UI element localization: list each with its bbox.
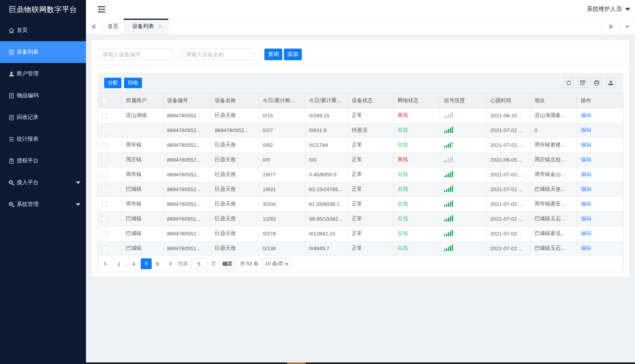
signal-bars-icon — [444, 141, 454, 148]
edit-link[interactable]: 编辑 — [581, 157, 591, 162]
row-checkbox[interactable] — [102, 143, 107, 148]
query-button[interactable]: 查询 — [264, 49, 282, 60]
edit-link[interactable]: 编辑 — [581, 245, 591, 251]
sidebar-item-merchant[interactable]: 商户管理 — [0, 63, 86, 85]
goto-page-input[interactable] — [191, 258, 207, 269]
row-checkbox[interactable] — [102, 128, 107, 133]
tab-设备列表[interactable]: 设备列表 — [124, 19, 168, 34]
tab-close-icon[interactable] — [158, 24, 163, 29]
prev-page-icon[interactable] — [103, 261, 108, 266]
cell-device-status: 正常 — [348, 197, 394, 211]
row-checkbox[interactable] — [102, 216, 107, 222]
sidebar-item-item-code[interactable]: 物品编码 — [0, 85, 86, 106]
signal-bars-icon — [444, 200, 454, 207]
goto-confirm-button[interactable]: 确定 — [219, 258, 236, 269]
cell-action: 编辑 — [577, 167, 623, 182]
row-checkbox[interactable] — [102, 113, 107, 118]
sidebar-item-authorize[interactable]: 授权平台 — [0, 150, 86, 172]
sidebar: 巨鼎物联网数字平台 首页设备列表商户管理物品编码回收记录统计报表授权平台接入平台… — [0, 0, 86, 364]
edit-link[interactable]: 编辑 — [581, 230, 591, 236]
sidebar-item-home[interactable]: 首页 — [0, 19, 86, 41]
app-title: 巨鼎物联网数字平台 — [0, 0, 86, 19]
tabs-scroll-right-button[interactable] — [602, 19, 619, 34]
cell-device-name: 巨鼎天衡 — [211, 226, 259, 241]
sidebar-item-recycle-record[interactable]: 回收记录 — [0, 106, 86, 128]
goto-page-label: 到第 — [178, 260, 188, 267]
column-header: 设备名称 — [211, 93, 259, 108]
cell-heartbeat: 2021-06-10 ... — [486, 108, 530, 123]
row-checkbox[interactable] — [102, 231, 107, 237]
device-name-input[interactable] — [181, 49, 255, 60]
sidebar-item-access-platform[interactable]: 接入平台 — [0, 172, 86, 193]
cell-address: 巴城镇泰泓... — [530, 226, 577, 241]
column-settings-icon[interactable] — [577, 78, 588, 88]
sidebar-item-report[interactable]: 统计报表 — [0, 128, 86, 150]
merchant-icon — [8, 71, 14, 77]
edit-link[interactable]: 编辑 — [581, 201, 591, 207]
table-row: 巴城镇8694760552...巨鼎天衡1/63163.15/24785...正… — [98, 182, 623, 197]
table-row: 周市镇8694760552...巨鼎天衡0/920/21744正常在线2021-… — [98, 138, 623, 152]
page-number-1[interactable]: 1 — [115, 261, 122, 267]
row-checkbox[interactable] — [102, 246, 107, 251]
cell-signal — [440, 123, 486, 138]
refresh-icon[interactable] — [563, 78, 574, 88]
cell-device-name: 8694760552... — [211, 123, 259, 138]
recycle-button[interactable]: 回收 — [124, 78, 142, 88]
edit-link[interactable]: 编辑 — [581, 127, 591, 133]
cell-device-no: 8694760551... — [163, 211, 211, 226]
collapse-sidebar-icon[interactable] — [98, 6, 105, 13]
column-header: 信号强度 — [440, 93, 486, 108]
tabs-bar: 首页设备列表 — [86, 19, 635, 35]
column-header: 心跳时间 — [486, 93, 530, 108]
page-size-select[interactable]: 10 条/页 — [262, 258, 291, 269]
cell-today-count: 0/92 — [259, 138, 305, 152]
sidebar-item-device-list[interactable]: 设备列表 — [0, 41, 86, 63]
user-dropdown[interactable]: 系统维护人员 — [587, 5, 630, 13]
cell-address: 巴城镇玉石... — [530, 211, 577, 226]
tabs-menu-button[interactable] — [619, 19, 635, 34]
signal-bars-icon — [444, 215, 454, 221]
cell-today-weight: 0/4849.7 — [305, 241, 348, 256]
page-ellipsis: ... — [123, 261, 130, 267]
row-checkbox[interactable] — [102, 187, 107, 192]
cell-today-count: 0/27 — [259, 123, 305, 138]
row-checkbox[interactable] — [102, 157, 107, 163]
edit-link[interactable]: 编辑 — [581, 186, 591, 192]
row-checkbox[interactable] — [102, 202, 107, 207]
cell-device-no: 8694760552... — [163, 152, 211, 167]
page-number-4[interactable]: 4 — [130, 261, 137, 267]
next-page-icon[interactable] — [168, 261, 173, 266]
tabs-scroll-left-button[interactable] — [86, 19, 102, 34]
add-button[interactable]: 添加 — [284, 49, 302, 60]
cell-signal — [440, 197, 486, 211]
table-row: 周市镇8694760552...巨鼎天衡3/20061.05/6038.1正常在… — [98, 197, 623, 211]
page-number-6[interactable]: 6 — [154, 261, 161, 267]
table-row: 周市镇8694760552...巨鼎天衡2/8770.45/6050.5正常在线… — [98, 167, 623, 182]
page-number-5[interactable]: 5 — [141, 258, 152, 269]
tab-首页[interactable]: 首页 — [102, 19, 124, 34]
edit-link[interactable]: 编辑 — [581, 171, 591, 177]
row-checkbox[interactable] — [102, 172, 107, 178]
sidebar-item-label: 物品编码 — [17, 92, 38, 99]
cell-action: 编辑 — [577, 241, 623, 256]
assign-button[interactable]: 分配 — [104, 78, 121, 88]
cell-action: 编辑 — [577, 226, 623, 241]
export-icon[interactable] — [605, 78, 616, 88]
table-row: 8694760552...8694760552...0/270/831.9待激活… — [98, 123, 623, 138]
chevron-down-icon — [285, 262, 289, 266]
edit-link[interactable]: 编辑 — [581, 142, 591, 148]
cell-network-status: 在线 — [394, 167, 440, 182]
signal-bars-icon — [444, 127, 454, 133]
cell-today-count: 2/877 — [259, 167, 305, 182]
cell-merchant: 巴城镇 — [122, 211, 163, 226]
page-unit-label: 页 — [211, 260, 216, 267]
cell-device-status: 正常 — [348, 241, 394, 256]
edit-link[interactable]: 编辑 — [581, 216, 591, 221]
device-no-input[interactable] — [98, 49, 172, 60]
select-all-checkbox[interactable] — [102, 98, 107, 103]
cell-device-status: 正常 — [348, 167, 394, 182]
print-icon[interactable] — [591, 78, 602, 88]
sidebar-item-system-manage[interactable]: 系统管理 — [0, 193, 86, 215]
edit-link[interactable]: 编辑 — [581, 112, 591, 118]
cell-merchant — [122, 123, 163, 138]
